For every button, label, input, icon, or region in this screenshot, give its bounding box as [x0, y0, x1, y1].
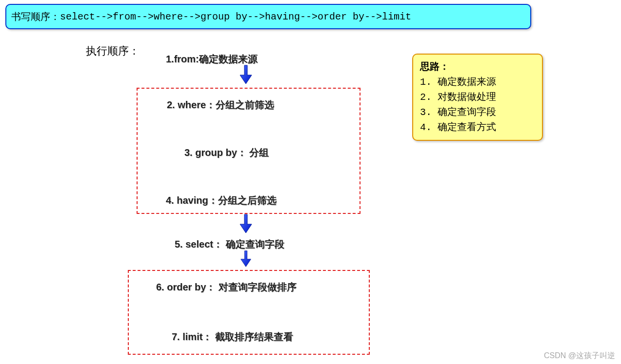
tip-item: 4. 确定查看方式	[420, 120, 535, 135]
step-5-select: 5. select： 确定查询字段	[175, 238, 284, 251]
tip-item: 2. 对数据做处理	[420, 90, 535, 105]
tips-title: 思路：	[420, 59, 535, 75]
thinking-tips-box: 思路： 1. 确定数据来源 2. 对数据做处理 3. 确定查询字段 4. 确定查…	[412, 54, 543, 141]
step-3-groupby: 3. group by： 分组	[184, 146, 269, 159]
step-7-limit: 7. limit： 截取排序结果查看	[172, 330, 293, 344]
step-6-orderby: 6. order by： 对查询字段做排序	[156, 281, 297, 294]
arrow-icon	[236, 250, 256, 268]
watermark-text: CSDN @这孩子叫逆	[544, 351, 615, 361]
step-4-having: 4. having：分组之后筛选	[166, 194, 277, 207]
step-2-where: 2. where：分组之前筛选	[167, 98, 274, 112]
step-1-from: 1.from:确定数据来源	[166, 53, 258, 66]
write-order-prefix: 书写顺序：	[11, 10, 60, 23]
execution-order-label: 执行顺序：	[86, 44, 140, 58]
arrow-icon	[236, 213, 256, 234]
write-order-sequence: select-->from-->where-->group by-->havin…	[60, 11, 411, 22]
write-order-banner: 书写顺序： select-->from-->where-->group by--…	[5, 4, 531, 29]
tip-item: 1. 确定数据来源	[420, 75, 535, 90]
tip-item: 3. 确定查询字段	[420, 105, 535, 120]
arrow-icon	[236, 64, 256, 85]
